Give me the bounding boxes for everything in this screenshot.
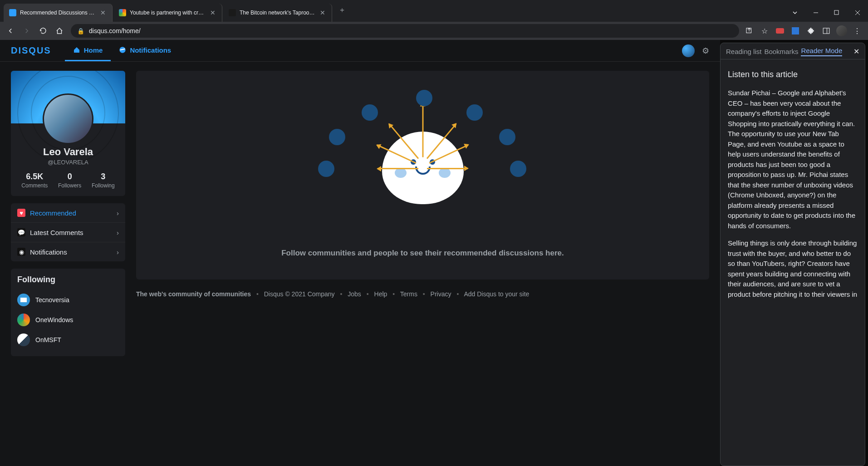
tab-3[interactable]: The Bitcoin network's Taproot up ✕ bbox=[223, 4, 332, 22]
forward-button[interactable] bbox=[19, 23, 34, 39]
profile-card: Leo Varela @LEOVARELA 6.5K Comments 0 Fo… bbox=[11, 71, 125, 196]
following-card: Following Tecnoversia OneWindows OnMSFT bbox=[11, 269, 125, 356]
footer-link-jobs[interactable]: Jobs bbox=[348, 290, 361, 298]
svg-rect-1 bbox=[834, 10, 839, 15]
following-title: Following bbox=[17, 275, 119, 285]
bell-icon: ◉ bbox=[17, 248, 25, 256]
home-icon bbox=[73, 46, 80, 54]
heart-icon: ♥ bbox=[17, 209, 25, 217]
share-icon[interactable] bbox=[743, 25, 755, 37]
profile-stats: 6.5K Comments 0 Followers 3 Following bbox=[16, 172, 120, 189]
browser-sidepanel: Reading list Bookmarks Reader Mode ✕ Lis… bbox=[720, 43, 865, 466]
chevron-right-icon: › bbox=[117, 209, 119, 217]
star-icon[interactable]: ☆ bbox=[758, 25, 771, 37]
extension-icon-1[interactable] bbox=[774, 25, 786, 37]
following-item[interactable]: OneWindows bbox=[17, 310, 119, 330]
profile-banner bbox=[11, 71, 125, 123]
favicon-youtube bbox=[119, 9, 126, 16]
tab-strip: Recommended Discussions · Disq ✕ Youtube… bbox=[4, 4, 785, 22]
favicon-bitcoin bbox=[229, 9, 236, 16]
close-icon[interactable]: ✕ bbox=[853, 47, 859, 56]
article-paragraph: Sundar Pichai – Google and Alphabet's CE… bbox=[728, 88, 858, 231]
site-icon bbox=[17, 294, 30, 306]
nav-home[interactable]: Home bbox=[65, 40, 111, 61]
menu-recommended[interactable]: ♥ Recommended › bbox=[11, 203, 125, 223]
site-icon bbox=[17, 314, 30, 326]
following-item[interactable]: OnMSFT bbox=[17, 330, 119, 350]
sidepanel-icon[interactable] bbox=[820, 25, 833, 37]
site-icon bbox=[17, 334, 30, 346]
footer-link-privacy[interactable]: Privacy bbox=[431, 290, 451, 298]
menu-notifications[interactable]: ◉ Notifications › bbox=[11, 242, 125, 261]
notification-icon bbox=[119, 46, 126, 54]
new-tab-button[interactable]: ＋ bbox=[336, 4, 348, 16]
favicon-disqus bbox=[9, 9, 16, 16]
listen-link[interactable]: Listen to this article bbox=[728, 69, 858, 81]
empty-illustration bbox=[314, 93, 532, 238]
nav-label: Notifications bbox=[130, 46, 171, 54]
profile-avatar[interactable] bbox=[43, 93, 93, 144]
sp-tab-reading[interactable]: Reading list bbox=[726, 48, 761, 55]
close-icon[interactable]: ✕ bbox=[209, 9, 216, 16]
tabs-dropdown-icon[interactable] bbox=[785, 4, 805, 22]
extensions-icon[interactable] bbox=[804, 25, 817, 37]
extension-icon-2[interactable] bbox=[789, 25, 802, 37]
globe-icon bbox=[499, 129, 515, 145]
close-window-button[interactable] bbox=[847, 4, 868, 22]
footer-tagline: The web's community of communities bbox=[136, 290, 251, 298]
window-controls bbox=[785, 4, 868, 22]
close-icon[interactable]: ✕ bbox=[99, 9, 107, 16]
main-nav: Home Notifications bbox=[65, 40, 180, 61]
globe-icon bbox=[416, 90, 432, 106]
footer-link-terms[interactable]: Terms bbox=[400, 290, 417, 298]
stat-followers[interactable]: 0 Followers bbox=[58, 172, 81, 189]
address-bar: 🔒 disqus.com/home/ ☆ ⋮ bbox=[0, 22, 868, 40]
url-text: disqus.com/home/ bbox=[89, 27, 141, 34]
tab-2[interactable]: Youtube is partnering with creato ✕ bbox=[113, 4, 222, 22]
chevron-right-icon: › bbox=[117, 229, 119, 236]
menu-latest[interactable]: 💬 Latest Comments › bbox=[11, 223, 125, 242]
sidepanel-body: Listen to this article Sundar Pichai – G… bbox=[721, 59, 865, 316]
tab-title: Youtube is partnering with creato bbox=[130, 10, 206, 16]
toolbar-right: ☆ ⋮ bbox=[743, 25, 863, 37]
following-item[interactable]: Tecnoversia bbox=[17, 290, 119, 310]
tab-title: Recommended Discussions · Disq bbox=[20, 10, 96, 16]
nav-label: Home bbox=[84, 46, 103, 54]
lock-icon: 🔒 bbox=[77, 28, 84, 34]
minimize-button[interactable] bbox=[805, 4, 826, 22]
profile-avatar-icon[interactable] bbox=[835, 25, 848, 37]
empty-state: Follow communities and people to see the… bbox=[136, 71, 709, 280]
globe-icon bbox=[329, 129, 345, 145]
page-content: DISQUS Home Notifications ⚙ Leo V bbox=[0, 40, 720, 466]
nav-notifications[interactable]: Notifications bbox=[111, 40, 179, 61]
sidebar-menu: ♥ Recommended › 💬 Latest Comments › ◉ No… bbox=[11, 203, 125, 261]
tab-title: The Bitcoin network's Taproot up bbox=[240, 10, 315, 16]
logo[interactable]: DISQUS bbox=[11, 45, 51, 56]
footer-link-help[interactable]: Help bbox=[374, 290, 387, 298]
back-button[interactable] bbox=[3, 23, 18, 39]
globe-icon bbox=[318, 161, 334, 177]
sp-tab-bookmarks[interactable]: Bookmarks bbox=[764, 48, 798, 55]
maximize-button[interactable] bbox=[826, 4, 847, 22]
globe-icon bbox=[510, 161, 526, 177]
close-icon[interactable]: ✕ bbox=[319, 9, 326, 16]
home-button[interactable] bbox=[52, 23, 67, 39]
footer-link-add[interactable]: Add Disqus to your site bbox=[464, 290, 529, 298]
footer-copyright: Disqus © 2021 Company bbox=[264, 290, 335, 298]
globe-icon bbox=[466, 104, 483, 121]
reload-button[interactable] bbox=[35, 23, 51, 39]
menu-icon[interactable]: ⋮ bbox=[851, 25, 863, 37]
gear-icon[interactable]: ⚙ bbox=[702, 46, 709, 56]
site-header: DISQUS Home Notifications ⚙ bbox=[0, 40, 720, 62]
stat-following[interactable]: 3 Following bbox=[92, 172, 115, 189]
user-avatar[interactable] bbox=[682, 44, 695, 57]
footer: The web's community of communities • Dis… bbox=[136, 289, 709, 300]
stat-comments[interactable]: 6.5K Comments bbox=[21, 172, 48, 189]
sp-tab-reader[interactable]: Reader Mode bbox=[801, 47, 842, 56]
browser-titlebar: Recommended Discussions · Disq ✕ Youtube… bbox=[0, 0, 868, 22]
url-input[interactable]: 🔒 disqus.com/home/ bbox=[71, 24, 739, 38]
sidepanel-tabs: Reading list Bookmarks Reader Mode ✕ bbox=[721, 43, 865, 59]
globe-icon bbox=[362, 104, 378, 121]
tab-1[interactable]: Recommended Discussions · Disq ✕ bbox=[4, 4, 113, 22]
svg-rect-5 bbox=[823, 28, 829, 34]
